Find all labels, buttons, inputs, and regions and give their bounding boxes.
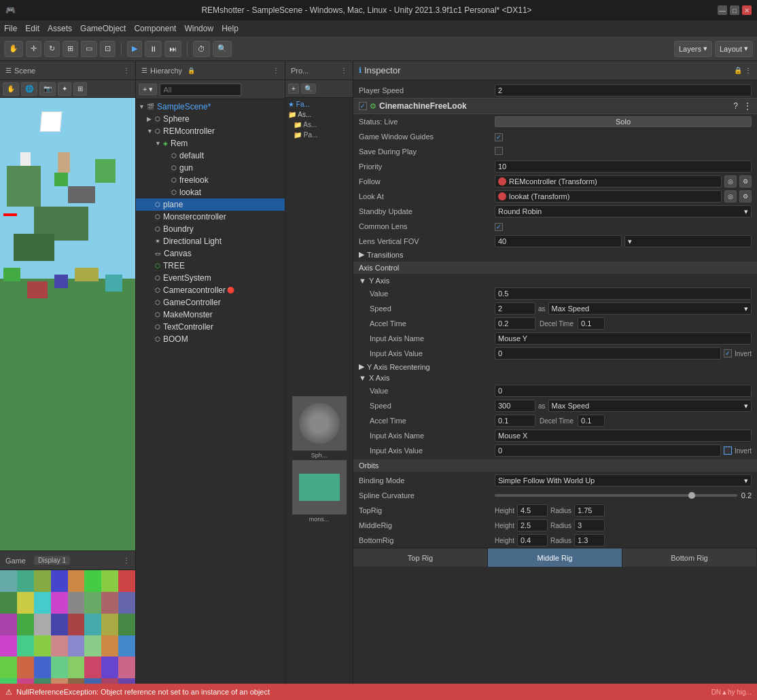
tree-tree[interactable]: ⬡ TREE	[136, 260, 285, 272]
menu-edit[interactable]: Edit	[25, 24, 39, 33]
menu-component[interactable]: Component	[134, 24, 176, 33]
lookat-ref[interactable]: lookat (Transform)	[495, 190, 722, 203]
x-input-axis-value-input[interactable]	[495, 444, 721, 457]
x-value-input[interactable]	[495, 385, 752, 397]
follow-target-button[interactable]: ◎	[724, 175, 737, 188]
follow-settings-button[interactable]: ⚙	[739, 175, 752, 188]
tree-eventsystem[interactable]: ⬡ EventSystem	[136, 272, 285, 284]
component-enabled-checkbox[interactable]	[359, 102, 367, 110]
middlerig-height-input[interactable]	[517, 519, 548, 531]
tree-gamecontroller[interactable]: ⬡ GameController	[136, 296, 285, 309]
component-context-menu[interactable]: ⋮	[743, 101, 752, 111]
step-button[interactable]: ⏭	[164, 41, 181, 57]
y-accel-input[interactable]	[495, 317, 535, 330]
tree-remcontroller[interactable]: ▼ ⬡ REMcontroller	[136, 125, 285, 137]
scale-tool[interactable]: ⊞	[63, 41, 78, 57]
menu-file[interactable]: File	[4, 24, 17, 33]
tree-boom[interactable]: ⬡ BOOM	[136, 333, 285, 345]
spline-curvature-slider[interactable]	[495, 494, 737, 497]
toprig-height-input[interactable]	[517, 504, 548, 517]
tree-default[interactable]: ⬡ default	[136, 150, 285, 162]
y-input-axis-name-input[interactable]	[495, 332, 752, 345]
y-value-input[interactable]	[495, 287, 752, 300]
tree-monstercontroller[interactable]: ⬡ Monstercontroller	[136, 211, 285, 223]
pause-button[interactable]: ⏸	[145, 41, 162, 57]
y-speed-type-select[interactable]: Max Speed ▾	[548, 302, 752, 315]
scene-fx[interactable]: ✦	[58, 82, 71, 96]
menu-gameobject[interactable]: GameObject	[80, 24, 126, 33]
tree-rem[interactable]: ▼ ◈ Rem	[136, 137, 285, 150]
common-lens-checkbox[interactable]	[495, 223, 503, 231]
maximize-button[interactable]: □	[730, 5, 739, 15]
tree-textcontroller[interactable]: ⬡ TextController	[136, 321, 285, 333]
player-speed-input[interactable]	[495, 84, 752, 97]
lens-vfov-type-select[interactable]: ▾	[624, 235, 752, 247]
search-button[interactable]: 🔍	[213, 41, 232, 57]
project-assets-sub2[interactable]: 📁 Pa...	[285, 130, 353, 140]
project-assets-sub1[interactable]: 📁 As...	[285, 120, 353, 130]
y-invert-checkbox[interactable]	[724, 349, 732, 357]
minimize-button[interactable]: —	[718, 5, 727, 15]
binding-mode-select[interactable]: Simple Follow With World Up ▾	[495, 474, 752, 487]
x-axis-section[interactable]: ▼ X Axis	[353, 372, 757, 383]
scene-grid[interactable]: ⊞	[73, 82, 87, 96]
top-rig-tab[interactable]: Top Rig	[353, 548, 488, 567]
project-favorites[interactable]: ★ Fa...	[285, 99, 353, 109]
x-input-axis-name-input[interactable]	[495, 430, 752, 442]
project-add-button[interactable]: +	[288, 84, 299, 94]
bottomrig-radius-input[interactable]	[574, 534, 605, 546]
priority-input[interactable]	[495, 160, 752, 173]
component-help[interactable]: ?	[733, 101, 738, 111]
close-button[interactable]: ✕	[742, 5, 752, 15]
middlerig-radius-input[interactable]	[574, 519, 605, 531]
hierarchy-menu[interactable]: ⋮	[272, 67, 279, 74]
y-speed-input[interactable]	[495, 302, 535, 315]
tree-directional-light[interactable]: ☀ Directional Light	[136, 235, 285, 247]
hierarchy-lock[interactable]: 🔒	[188, 67, 195, 74]
toprig-radius-input[interactable]	[574, 504, 605, 517]
lens-vfov-input[interactable]	[495, 235, 622, 247]
transform-tool[interactable]: ⊡	[100, 41, 116, 57]
save-during-play-checkbox[interactable]	[495, 147, 503, 155]
add-object-button[interactable]: + ▾	[139, 84, 157, 95]
scene-tool-3[interactable]: 📷	[39, 82, 56, 96]
x-decel-input[interactable]	[578, 415, 605, 427]
tree-boundry[interactable]: ⬡ Boundry	[136, 223, 285, 235]
middle-rig-tab[interactable]: Middle Rig	[488, 548, 622, 567]
project-search-button[interactable]: 🔍	[301, 84, 316, 94]
x-speed-type-select[interactable]: Max Speed ▾	[548, 400, 752, 412]
menu-assets[interactable]: Assets	[48, 24, 72, 33]
tree-samplescene[interactable]: ▼ 🎬 SampleScene*	[136, 101, 285, 113]
tree-plane[interactable]: ⬡ plane	[136, 198, 285, 211]
history-button[interactable]: ⏱	[193, 41, 210, 57]
transitions-section[interactable]: ▶ Transitions	[353, 249, 757, 260]
inspector-menu[interactable]: ⋮	[745, 67, 752, 74]
tree-freelook[interactable]: ⬡ freelook	[136, 174, 285, 186]
layout-dropdown[interactable]: Layout▾	[715, 41, 753, 57]
inspector-lock[interactable]: 🔒	[734, 67, 742, 74]
rotate-tool[interactable]: ↻	[44, 41, 60, 57]
solo-button[interactable]: Solo	[495, 116, 752, 127]
game-display-dropdown[interactable]: Display 1	[34, 556, 70, 565]
lookat-target-button[interactable]: ◎	[724, 190, 737, 203]
x-speed-input[interactable]	[495, 400, 535, 412]
tree-sphere[interactable]: ▶ ⬡ Sphere	[136, 113, 285, 125]
y-recentering-section[interactable]: ▶ Y Axis Recentering	[353, 361, 757, 372]
bottom-rig-tab[interactable]: Bottom Rig	[622, 548, 757, 567]
move-tool[interactable]: ✛	[26, 41, 41, 57]
scene-tool-1[interactable]: ✋	[3, 82, 19, 96]
follow-ref[interactable]: REMcontroller (Transform)	[495, 175, 722, 188]
project-assets[interactable]: 📁 As...	[285, 109, 353, 120]
x-accel-input[interactable]	[495, 415, 535, 427]
x-invert-checkbox[interactable]	[724, 447, 732, 455]
menu-window[interactable]: Window	[184, 24, 213, 33]
tree-cameracontroller[interactable]: ⬡ Cameracontroller 🔴	[136, 284, 285, 296]
hierarchy-search[interactable]	[160, 84, 241, 96]
project-menu[interactable]: ⋮	[340, 67, 347, 74]
bottomrig-height-input[interactable]	[517, 534, 548, 546]
y-decel-input[interactable]	[578, 317, 605, 330]
layers-dropdown[interactable]: Layers▾	[674, 41, 712, 57]
tree-makemonster[interactable]: ⬡ MakeMonster	[136, 309, 285, 321]
menu-help[interactable]: Help	[222, 24, 239, 33]
tree-canvas[interactable]: ▭ Canvas	[136, 247, 285, 260]
